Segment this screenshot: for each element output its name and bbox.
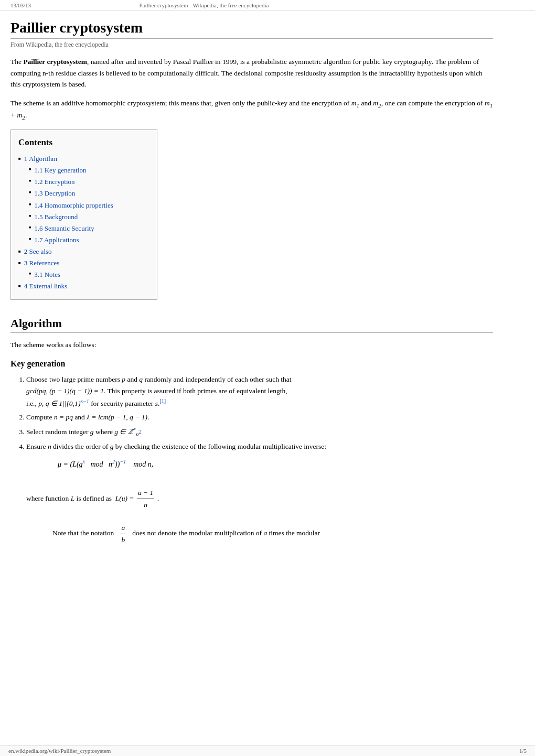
keygen-step3: Select random integer g where g ∈ ℤ*n2	[26, 425, 493, 439]
keygen-steps: Choose two large prime numbers p and q r…	[10, 374, 493, 545]
ref-1[interactable]: [1]	[159, 398, 166, 404]
top-bar-title: Paillier cryptosystem - Wikipedia, the f…	[139, 2, 269, 8]
note-numer: a	[120, 522, 126, 534]
L-numer: u − 1	[137, 487, 154, 499]
keygen-step1: Choose two large prime numbers p and q r…	[26, 374, 493, 409]
contents-link-1-4[interactable]: 1.4 Homomorphic properties	[34, 200, 113, 211]
contents-link-1-7[interactable]: 1.7 Applications	[34, 234, 79, 246]
keygen-step2: Compute n = pq and λ = lcm(p − 1, q − 1)…	[26, 412, 493, 423]
contents-item-1-2[interactable]: 1.2 Encryption	[18, 176, 146, 188]
contents-item-1-6[interactable]: 1.6 Semantic Security	[18, 223, 146, 234]
contents-link-1-1[interactable]: 1.1 Key generation	[34, 165, 86, 176]
algorithm-heading: Algorithm	[10, 317, 493, 333]
contents-link-1-6[interactable]: 1.6 Semantic Security	[34, 223, 94, 234]
math-m2: m2	[373, 99, 381, 107]
page-title: Paillier cryptosystem	[10, 19, 493, 39]
contents-item-1-7[interactable]: 1.7 Applications	[18, 234, 146, 246]
contents-item-3-1[interactable]: 3.1 Notes	[18, 269, 146, 280]
subtitle: From Wikipedia, the free encyclopedia	[10, 41, 493, 49]
contents-link-3-1[interactable]: 3.1 Notes	[34, 269, 60, 280]
contents-item-1-4[interactable]: 1.4 Homomorphic properties	[18, 200, 146, 211]
contents-item-1-3[interactable]: 1.3 Decryption	[18, 188, 146, 199]
contents-item-1-5[interactable]: 1.5 Background	[18, 211, 146, 223]
top-bar-date: 13/03/13	[10, 2, 31, 8]
contents-item-4[interactable]: 4 External links	[18, 280, 146, 292]
note-denom: b	[120, 534, 126, 546]
L-denom: n	[143, 499, 148, 511]
top-bar: 13/03/13 Paillier cryptosystem - Wikiped…	[0, 0, 535, 11]
intro-paragraph1: The Paillier cryptosystem, named after a…	[10, 56, 493, 90]
contents-link-1-2[interactable]: 1.2 Encryption	[34, 176, 74, 188]
contents-link-3[interactable]: 3 References	[24, 257, 60, 269]
contents-item-1-1[interactable]: 1.1 Key generation	[18, 165, 146, 176]
math-m1: m1	[351, 99, 359, 107]
algorithm-intro: The scheme works as follows:	[10, 339, 493, 351]
note-text: Note that the notation a b does not deno…	[52, 522, 493, 545]
keygen-heading: Key generation	[10, 359, 493, 369]
intro-paragraph2: The scheme is an additive homomorphic cr…	[10, 98, 493, 122]
contents-link-2[interactable]: 2 See also	[24, 246, 52, 257]
contents-link-4[interactable]: 4 External links	[24, 280, 67, 292]
keygen-step4: Ensure n divides the order of g by check…	[26, 441, 493, 545]
contents-link-1[interactable]: 1 Algorithm	[24, 153, 57, 165]
contents-title: Contents	[18, 137, 146, 148]
note-fraction: a b	[120, 522, 126, 545]
contents-list: 1 Algorithm 1.1 Key generation 1.2 Encry…	[18, 153, 146, 292]
contents-item-1[interactable]: 1 Algorithm	[18, 153, 146, 165]
contents-link-1-5[interactable]: 1.5 Background	[34, 211, 78, 223]
contents-item-2[interactable]: 2 See also	[18, 246, 146, 257]
contents-link-1-3[interactable]: 1.3 Decryption	[34, 188, 75, 199]
contents-item-3[interactable]: 3 References	[18, 257, 146, 269]
math-m1-plus-m2: m1 + m2	[10, 99, 493, 120]
mu-formula: μ = (L(gλ mod n2))−1 mod n,	[58, 458, 493, 470]
contents-box: Contents 1 Algorithm 1.1 Key generation …	[10, 129, 157, 300]
bold-term: Paillier cryptosystem	[23, 58, 87, 66]
L-fraction: u − 1 n	[137, 487, 154, 510]
